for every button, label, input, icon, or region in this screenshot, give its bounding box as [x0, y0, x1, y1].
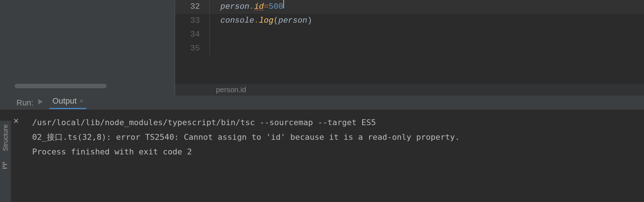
run-icon[interactable]: [37, 98, 43, 107]
panel-header: Run: Output ×: [0, 96, 644, 110]
token-identifier: person: [220, 0, 249, 14]
structure-icon[interactable]: [3, 162, 8, 169]
token-identifier: person: [278, 14, 307, 28]
code-line-32[interactable]: 32 person.id = 500: [175, 0, 644, 14]
close-icon[interactable]: ×: [80, 97, 84, 105]
run-label: Run:: [16, 98, 33, 108]
indent-guide: [209, 28, 220, 42]
code-line-35[interactable]: 35: [175, 42, 644, 56]
horizontal-scrollbar[interactable]: [15, 84, 107, 88]
line-number: 32: [175, 0, 209, 14]
token-paren: (: [273, 14, 278, 28]
token-op: =: [264, 0, 269, 14]
token-property-error: id: [254, 0, 264, 14]
code-line-34[interactable]: 34: [175, 28, 644, 42]
panel-body: × /usr/local/lib/node_modules/typescript…: [0, 110, 644, 159]
token-paren: ): [307, 14, 312, 28]
token-identifier: console: [220, 14, 254, 28]
line-number: 34: [175, 28, 209, 42]
token-number: 500: [269, 0, 283, 14]
breadcrumb[interactable]: person.id: [175, 83, 644, 96]
indent-guide: [209, 14, 220, 28]
tab-output[interactable]: Output ×: [49, 96, 86, 109]
token-method: log: [259, 14, 274, 28]
indent-guide: [209, 0, 220, 14]
console-line: Process finished with exit code 2: [32, 145, 644, 159]
console-output[interactable]: /usr/local/lib/node_modules/typescript/b…: [32, 110, 644, 159]
code-line-33[interactable]: 33 console.log(person): [175, 14, 644, 28]
breadcrumb-item[interactable]: person.id: [216, 86, 246, 94]
project-sidebar: [0, 0, 175, 96]
console-line: 02_接口.ts(32,8): error TS2540: Cannot ass…: [32, 130, 644, 145]
line-number: 35: [175, 42, 209, 56]
console-line: /usr/local/lib/node_modules/typescript/b…: [32, 115, 644, 130]
code-block[interactable]: 32 person.id = 500 33 console.log(person…: [175, 0, 644, 83]
tool-window-structure[interactable]: Structure: [2, 124, 10, 151]
code-content[interactable]: person.id = 500: [220, 0, 284, 14]
hide-panel-button[interactable]: ×: [13, 115, 19, 127]
tool-window-strip: Structure: [0, 121, 11, 202]
indent-guide: [209, 42, 220, 56]
text-caret: [283, 0, 284, 8]
code-content[interactable]: console.log(person): [220, 14, 312, 28]
run-panel: Run: Output × × /usr/local/lib/node_modu…: [0, 96, 644, 202]
code-editor[interactable]: 32 person.id = 500 33 console.log(person…: [175, 0, 644, 96]
tab-label: Output: [52, 96, 76, 106]
token-dot: .: [249, 0, 254, 14]
main-area: 32 person.id = 500 33 console.log(person…: [0, 0, 644, 96]
line-number: 33: [175, 14, 209, 28]
token-dot: .: [254, 14, 259, 28]
